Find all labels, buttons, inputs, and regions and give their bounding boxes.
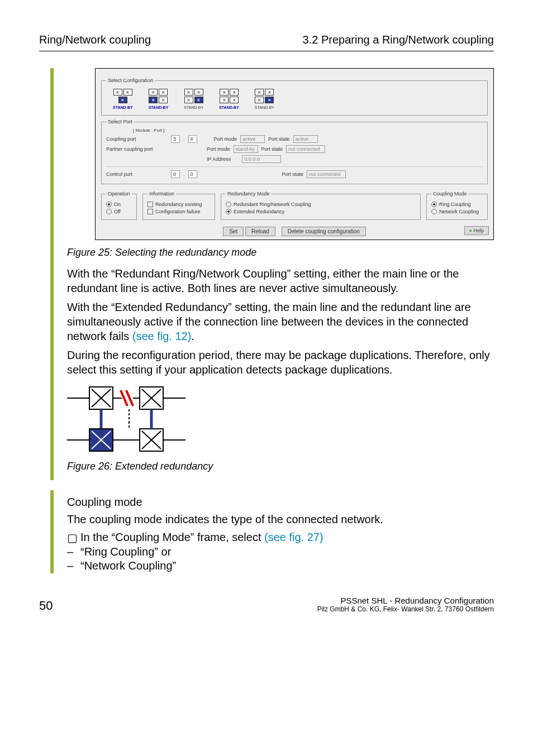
coupling-mode-intro: The coupling mode indicates the type of …: [67, 512, 494, 527]
figure-25-caption: Figure 25: Selecting the redundancy mode: [67, 247, 494, 259]
redundant-rnc-label: Redundant Ring/Network Coupling: [234, 202, 311, 207]
standby-label: STAND-BY: [255, 106, 274, 109]
footer-title: PSSnet SHL - Redundancy Configuration: [317, 596, 494, 605]
config-option-5[interactable]: ✕✕ ✕✕ STAND-BY: [255, 89, 274, 109]
port-state-label: Port state: [268, 136, 290, 142]
page-header: Ring/Network coupling 3.2 Preparing a Ri…: [39, 34, 494, 51]
information-legend: Information: [147, 191, 176, 197]
coupling-port-input[interactable]: 4: [188, 135, 197, 143]
dash-icon: –: [67, 546, 80, 558]
header-left: Ring/Network coupling: [39, 34, 151, 46]
help-button[interactable]: Help: [464, 226, 489, 235]
header-right: 3.2 Preparing a Ring/Network coupling: [303, 34, 494, 46]
port-mode-label: Port mode: [214, 136, 237, 142]
para2-text-c: .: [191, 330, 194, 342]
select-configuration-frame: Select Configuration ✕✕ ✕ STAND-BY ✕✕ ✕✕…: [101, 78, 488, 116]
see-fig-27-link[interactable]: (see fig. 27): [264, 531, 323, 543]
config-option-3[interactable]: ✕✕ ✕✕ STAND-BY: [184, 89, 203, 109]
config-option-4[interactable]: ✕✕ ✕✕ STAND-BY: [219, 89, 239, 109]
control-port-state: not connected: [307, 170, 346, 178]
page-number: 50: [39, 599, 53, 613]
ring-coupling-radio[interactable]: [431, 202, 437, 207]
coupling-mode-frame: Coupling Mode Ring Coupling Network Coup…: [426, 191, 488, 220]
coupling-mode-heading: Coupling mode: [67, 496, 494, 509]
green-sidebar: [50, 490, 54, 573]
ring-coupling-label: Ring Coupling: [439, 202, 471, 207]
coupling-option-network: “Network Coupling”: [80, 559, 176, 572]
page-footer: 50 PSSnet SHL - Redundancy Configuration…: [39, 596, 494, 613]
operation-frame: Operation On Off: [101, 191, 137, 220]
partner-port-state: not connected: [286, 145, 325, 153]
paragraph-2: With the “Extended Redundancy” setting, …: [67, 300, 494, 343]
delete-config-button[interactable]: Delete coupling configuration: [282, 227, 366, 236]
port-mode-label: Port mode: [207, 146, 230, 152]
coupling-port-mode: active: [240, 135, 265, 143]
para2-text-a: With the “Extended Redundancy” setting, …: [67, 301, 471, 342]
redundant-rnc-radio[interactable]: [226, 202, 231, 207]
figure-26-caption: Figure 26: Extended redundancy: [67, 461, 494, 472]
redundancy-mode-frame: Redundancy Mode Redundant Ring/Network C…: [221, 191, 421, 220]
config-option-2[interactable]: ✕✕ ✕✕ STAND-BY: [149, 89, 169, 109]
see-fig-12-link[interactable]: (see fig. 12): [132, 330, 192, 342]
coupling-option-ring: “Ring Coupling” or: [80, 546, 171, 558]
select-configuration-legend: Select Configuration: [106, 78, 155, 83]
partner-port-label: Partner coupling port: [106, 146, 168, 152]
partner-port-mode: stand-by: [234, 145, 258, 153]
dash-icon: –: [67, 559, 80, 572]
standby-label: STAND-BY: [219, 106, 239, 109]
module-port-header: [ Module . Port ]: [133, 128, 483, 133]
operation-off-radio[interactable]: [106, 209, 112, 214]
port-state-label: Port state: [282, 171, 304, 177]
select-port-frame: Select Port [ Module . Port ] Coupling p…: [101, 119, 488, 184]
network-coupling-radio[interactable]: [431, 209, 437, 214]
standby-label: STAND-BY: [184, 106, 203, 109]
coupling-module-input[interactable]: 3: [171, 135, 180, 143]
set-button[interactable]: Set: [223, 227, 244, 236]
paragraph-3: During the reconfiguration period, there…: [67, 348, 494, 377]
ip-address-label: IP Address: [207, 156, 231, 162]
control-port-label: Control port: [106, 171, 168, 177]
control-port-input[interactable]: 0: [188, 170, 197, 178]
coupling-mode-legend: Coupling Mode: [431, 191, 469, 197]
redundancy-existing-label: Redundancy existing: [155, 202, 202, 207]
port-state-label: Port state: [261, 146, 283, 152]
footer-company: Pilz GmbH & Co. KG, Felix- Wankel Str. 2…: [317, 605, 494, 613]
information-frame: Information Redundancy existing Configur…: [142, 191, 215, 220]
select-port-legend: Select Port: [106, 119, 134, 125]
config-screenshot: Select Configuration ✕✕ ✕ STAND-BY ✕✕ ✕✕…: [95, 68, 494, 240]
extended-redundancy-label: Extended Redundancy: [234, 209, 284, 214]
standby-label: STAND-BY: [113, 106, 133, 109]
coupling-port-state: active: [293, 135, 318, 143]
config-failure-label: Configuration failure: [155, 209, 201, 214]
operation-off-label: Off: [114, 209, 121, 214]
config-option-1[interactable]: ✕✕ ✕ STAND-BY: [113, 89, 133, 109]
redundancy-existing-checkbox: [147, 202, 153, 207]
standby-label: STAND-BY: [149, 106, 169, 109]
redundancy-mode-legend: Redundancy Mode: [226, 191, 272, 197]
coupling-port-label: Coupling port: [106, 136, 168, 142]
coupling-select-text: In the “Coupling Mode” frame, select (se…: [80, 531, 323, 544]
operation-on-radio[interactable]: [106, 202, 112, 207]
coupling-select-a: In the “Coupling Mode” frame, select: [80, 531, 264, 543]
config-failure-checkbox: [147, 209, 153, 214]
extended-redundancy-radio[interactable]: [226, 209, 231, 214]
paragraph-1: With the “Redundant Ring/Network Couplin…: [67, 266, 494, 295]
checkbox-icon: ▢: [67, 531, 80, 544]
operation-legend: Operation: [106, 191, 132, 197]
green-sidebar: [50, 68, 54, 480]
network-coupling-label: Network Coupling: [439, 209, 479, 214]
operation-on-label: On: [114, 202, 121, 207]
ip-address-value: 0.0.0.0: [242, 155, 281, 163]
figure-26-diagram: [67, 381, 494, 454]
reload-button[interactable]: Reload: [245, 227, 275, 236]
control-module-input[interactable]: 0: [171, 170, 180, 178]
